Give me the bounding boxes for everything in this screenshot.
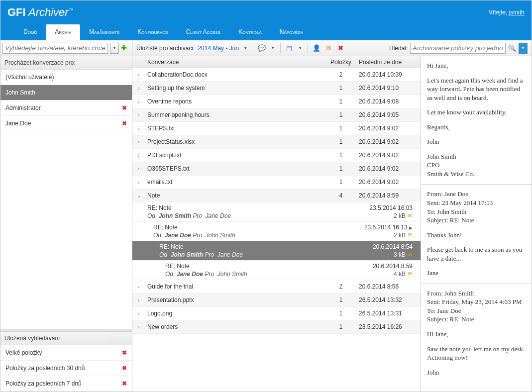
saved-search-row[interactable]: Velké položky✖	[0, 345, 132, 361]
conversation-row[interactable]: ⌄Note420.6.2014 8:59	[132, 189, 421, 202]
nav-nápověda[interactable]: Nápověda	[271, 24, 312, 40]
message-row[interactable]: RE: Note20.6.2014 8:59Od Jane Doe Pro Jo…	[132, 261, 421, 280]
user-row[interactable]: (Všichni uživatelé)	[0, 70, 132, 85]
view-dropdown-2[interactable]: ▼	[297, 46, 304, 50]
nav-konfigurace[interactable]: Konfigurace	[128, 24, 177, 40]
period-selector[interactable]: 2014 May - Jun	[198, 45, 239, 52]
user-row[interactable]: Jane Doe✖	[0, 116, 132, 131]
expand-icon[interactable]: ›	[132, 311, 145, 316]
expand-icon[interactable]: ›	[132, 284, 145, 290]
add-user-button[interactable]: ✚	[121, 44, 130, 53]
expand-icon[interactable]: ›	[132, 139, 145, 145]
message-row[interactable]: RE: Note20.6.2014 8:54Od John Smith Pro …	[132, 241, 421, 261]
conversation-row[interactable]: ›O365STEPS.txt120.6.2014 9:02	[132, 162, 421, 176]
search-icon[interactable]: 🔍	[508, 44, 517, 53]
storage-label: Úložiště pro archivaci:	[136, 45, 195, 52]
expand-icon[interactable]: ›	[132, 99, 145, 104]
user-search-row: ▼ ✚	[0, 40, 132, 56]
envelope-icon: ✉	[408, 251, 416, 258]
envelope-icon: ✉	[408, 232, 416, 239]
conversation-row[interactable]: ›PDFscript.txt120.6.2014 9:02	[132, 149, 421, 162]
envelope-icon: ✉	[408, 271, 416, 278]
brand-logo: GFI Archiver™	[7, 6, 74, 19]
expand-icon[interactable]: ›	[132, 297, 145, 303]
user-list: (Všichni uživatelé)John SmithAdministrat…	[0, 70, 132, 329]
saved-searches-list: Velké položky✖Položky za posledních 30 d…	[0, 345, 132, 392]
remove-user-icon[interactable]: ✖	[122, 104, 127, 111]
saved-search-row[interactable]: Položky za posledních 30 dnů✖	[0, 361, 132, 376]
delete-icon[interactable]: ✖	[336, 44, 345, 53]
conversation-row[interactable]: ›emails.txt120.6.2014 9:02	[132, 176, 421, 189]
user-search-dropdown[interactable]: ▼	[110, 43, 119, 54]
arrow-right-icon: ▶	[409, 225, 413, 230]
expand-icon[interactable]: ›	[132, 112, 145, 118]
user-row[interactable]: Administrator✖	[0, 100, 132, 116]
collapse-icon[interactable]: ⌄	[132, 193, 145, 198]
message-row[interactable]: RE: Note23.5.2014 16:13 ▶Od Jane Doe Pro…	[132, 222, 421, 241]
main-nav: DomůArchivMailInsightsKonfiguraceClient …	[0, 24, 532, 40]
conversation-row[interactable]: ›Setting up the system120.6.2014 9:10	[132, 82, 421, 95]
archive-search-input[interactable]	[410, 43, 506, 54]
expand-icon[interactable]: ›	[132, 153, 145, 158]
nav-mailinsights[interactable]: MailInsights	[80, 24, 128, 40]
expand-icon[interactable]: ›	[132, 180, 145, 185]
saved-searches-title: Uložená vyhledávání	[0, 332, 132, 345]
user-link[interactable]: jsmith	[509, 9, 525, 16]
conversation-row[interactable]: ›Overtime reports120.6.2014 9:08	[132, 95, 421, 108]
browse-title: Procházet konverzace pro:	[0, 56, 132, 70]
conversation-row[interactable]: ›Summer opening hours120.6.2014 9:05	[132, 108, 421, 122]
user-row[interactable]: John Smith	[0, 85, 132, 100]
nav-client access[interactable]: Client Access	[177, 24, 230, 40]
app-header: GFI Archiver™ Vítejte, jsmith	[0, 0, 532, 24]
nav-archiv[interactable]: Archiv	[46, 24, 80, 40]
list-view-icon[interactable]: ▤	[285, 44, 294, 53]
welcome-text: Vítejte, jsmith	[489, 9, 525, 16]
conversation-view-icon[interactable]: 💬	[257, 44, 266, 53]
conversation-row[interactable]: ›STEPS.txt120.6.2014 9:02	[132, 122, 421, 135]
column-headers: Konverzace Položky Poslední ze dne	[132, 56, 421, 68]
message-row[interactable]: RE: Note23.5.2014 16:03Od John Smith Pro…	[132, 202, 421, 222]
remove-saved-icon[interactable]: ✖	[122, 349, 127, 356]
sidebar: ▼ ✚ Procházet konverzace pro: (Všichni u…	[0, 40, 132, 392]
conversation-row[interactable]: ›Presentation.pptx126.5.2014 13:32	[132, 294, 421, 307]
col-items[interactable]: Položky	[326, 59, 356, 66]
remove-saved-icon[interactable]: ✖	[122, 365, 127, 372]
period-dropdown-icon[interactable]: ▼	[242, 46, 249, 50]
search-label: Hledat:	[389, 45, 408, 52]
conversation-list: Konverzace Položky Poslední ze dne ›Coll…	[132, 56, 421, 392]
nav-domů[interactable]: Domů	[14, 24, 46, 40]
conversation-row[interactable]: ›ProjectStatus.xlsx120.6.2014 9:02	[132, 135, 421, 149]
expand-icon[interactable]: ›	[132, 86, 145, 91]
envelope-icon: ✉	[408, 212, 416, 219]
remove-user-icon[interactable]: ✖	[122, 120, 127, 127]
expand-icon[interactable]: ›	[132, 324, 145, 330]
conversation-row[interactable]: ›Guide for the trial220.6.2014 8:56	[132, 280, 421, 294]
expand-icon[interactable]: ›	[132, 126, 145, 131]
message-preview: Hi Jane, Let's meet again this week and …	[421, 56, 532, 392]
conversation-row[interactable]: ›CollaborationDoc.docx220.6.2014 10:39	[132, 68, 421, 82]
view-dropdown-1[interactable]: ▼	[269, 46, 276, 50]
expand-icon[interactable]: ›	[132, 166, 145, 172]
conversation-row[interactable]: ›Logo.png126.5.2014 13:31	[132, 307, 421, 320]
mail-icon[interactable]: ✉	[324, 44, 333, 53]
main-pane: Úložiště pro archivaci: 2014 May - Jun ▼…	[132, 40, 532, 392]
user-icon[interactable]: 👤	[312, 44, 321, 53]
col-lastdate[interactable]: Poslední ze dne	[356, 59, 421, 66]
col-conversation[interactable]: Konverzace	[145, 59, 326, 66]
toolbar: Úložiště pro archivaci: 2014 May - Jun ▼…	[132, 40, 532, 56]
nav-kontrola[interactable]: Kontrola	[229, 24, 271, 40]
expand-icon[interactable]: ›	[132, 72, 145, 78]
remove-saved-icon[interactable]: ✖	[122, 380, 127, 387]
saved-search-row[interactable]: Položky za posledních 7 dnů✖	[0, 376, 132, 392]
conversation-row[interactable]: ›New orders123.5.2014 16:26	[132, 320, 421, 334]
user-search-input[interactable]	[2, 43, 108, 54]
search-dropdown[interactable]: ▼	[519, 43, 528, 54]
